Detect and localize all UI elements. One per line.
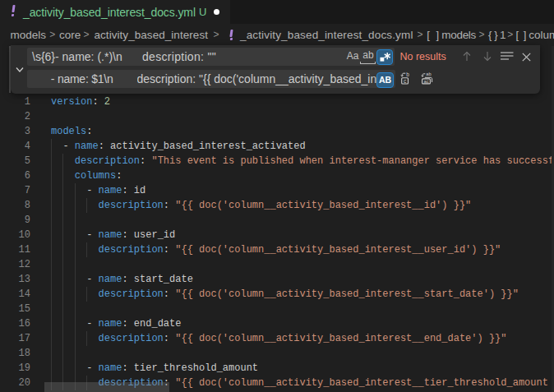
svg-text:c: c [404, 78, 407, 84]
svg-text:ac: ac [424, 79, 429, 84]
svg-text:ab: ab [426, 72, 431, 76]
svg-text:b: b [406, 72, 409, 77]
